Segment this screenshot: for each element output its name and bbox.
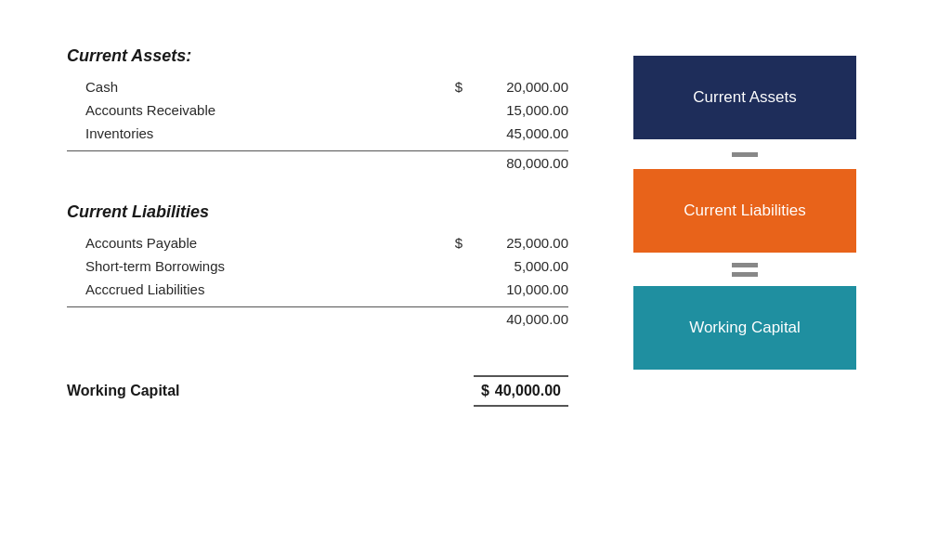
accounts-payable-label: Accounts Payable — [67, 235, 448, 251]
working-capital-row: Working Capital $ 40,000.00 — [67, 368, 568, 414]
cash-label: Cash — [67, 79, 448, 95]
ar-amount: 15,000.00 — [466, 102, 568, 118]
wc-amount: 40,000.00 — [495, 383, 561, 399]
current-liabilities-section: Current Liabilities Accounts Payable $ 2… — [67, 202, 568, 331]
current-liabilities-subtotal: 40,000.00 — [466, 311, 568, 327]
stb-amount: 5,000.00 — [466, 258, 568, 274]
cash-row: Cash $ 20,000.00 — [67, 75, 568, 98]
inv-amount: 45,000.00 — [466, 125, 568, 141]
current-liabilities-title: Current Liabilities — [67, 202, 568, 222]
cash-amount: 20,000.00 — [466, 79, 568, 95]
minus-connector — [731, 145, 759, 163]
working-capital-box: Working Capital — [633, 286, 856, 370]
current-assets-subtotal-row: 80,000.00 — [67, 150, 568, 175]
ap-amount: 25,000.00 — [466, 235, 568, 251]
equals-connector — [731, 258, 759, 280]
inventories-row: Inventories 45,000.00 — [67, 122, 568, 145]
short-term-borrowings-row: Short-term Borrowings 5,000.00 — [67, 254, 568, 278]
working-capital-label: Working Capital — [67, 383, 474, 399]
working-capital-box-label: Working Capital — [689, 319, 801, 337]
equals-bar-2 — [732, 272, 758, 277]
wc-dollar: $ — [481, 383, 489, 399]
inventories-label: Inventories — [67, 125, 448, 141]
accounts-receivable-label: Accounts Receivable — [67, 102, 448, 118]
left-panel: Current Assets: Cash $ 20,000.00 Account… — [67, 46, 606, 414]
working-capital-value-box: $ 40,000.00 — [474, 375, 568, 407]
equals-bar-1 — [732, 263, 758, 267]
minus-bar — [732, 152, 758, 157]
accrued-liabilities-row: Acccrued Liabilities 10,000.00 — [67, 278, 568, 301]
accounts-payable-row: Accounts Payable $ 25,000.00 — [67, 231, 568, 254]
ap-dollar: $ — [448, 235, 466, 251]
accounts-receivable-row: Accounts Receivable 15,000.00 — [67, 98, 568, 122]
current-liabilities-box-label: Current Liabilities — [684, 202, 805, 220]
short-term-borrowings-label: Short-term Borrowings — [67, 258, 448, 274]
al-amount: 10,000.00 — [466, 281, 568, 297]
current-assets-title: Current Assets: — [67, 46, 568, 66]
current-assets-items: Cash $ 20,000.00 Accounts Receivable 15,… — [67, 75, 568, 145]
current-liabilities-box: Current Liabilities — [633, 169, 856, 253]
current-assets-box-label: Current Assets — [693, 88, 797, 107]
current-assets-box: Current Assets — [633, 56, 856, 139]
current-assets-subtotal: 80,000.00 — [466, 155, 568, 171]
current-liabilities-subtotal-row: 40,000.00 — [67, 306, 568, 331]
accrued-liabilities-label: Acccrued Liabilities — [67, 281, 448, 297]
right-panel: Current Assets Current Liabilities Worki… — [606, 46, 884, 370]
current-liabilities-items: Accounts Payable $ 25,000.00 Short-term … — [67, 231, 568, 301]
main-container: Current Assets: Cash $ 20,000.00 Account… — [19, 19, 932, 560]
current-assets-section: Current Assets: Cash $ 20,000.00 Account… — [67, 46, 568, 175]
cash-dollar: $ — [448, 79, 466, 95]
